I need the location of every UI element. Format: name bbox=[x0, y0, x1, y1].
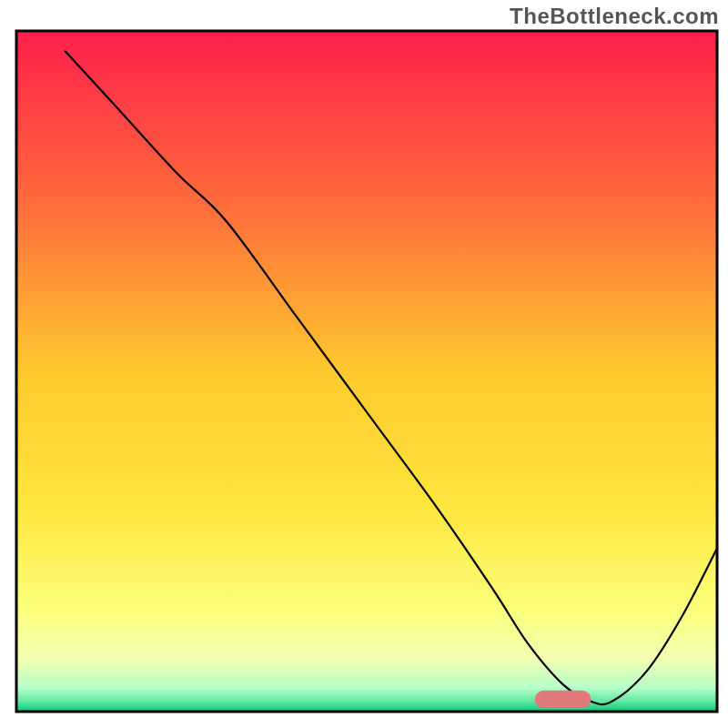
bottleneck-chart: TheBottleneck.com bbox=[0, 0, 728, 728]
chart-canvas bbox=[0, 0, 728, 728]
optimal-range-marker bbox=[535, 691, 592, 708]
watermark-text: TheBottleneck.com bbox=[510, 4, 719, 29]
chart-background bbox=[16, 31, 717, 712]
